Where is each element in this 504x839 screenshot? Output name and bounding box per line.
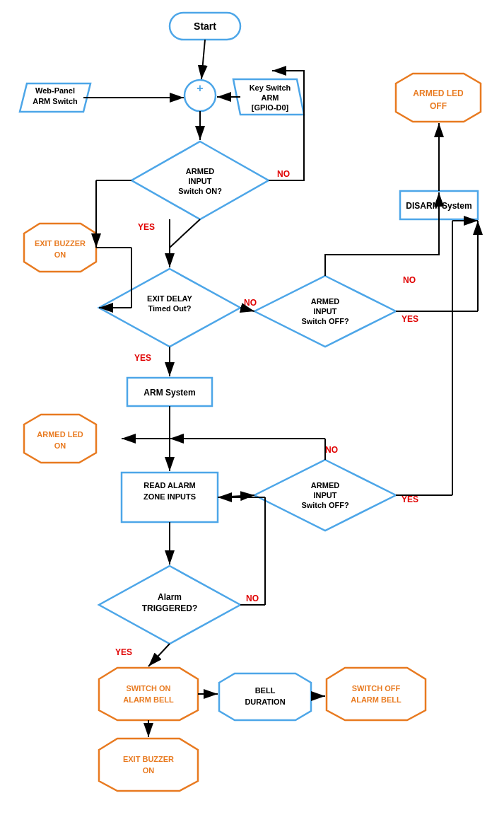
svg-text:[GPIO-D0]: [GPIO-D0] bbox=[252, 103, 289, 112]
svg-text:INPUT: INPUT bbox=[189, 177, 212, 185]
no-label2: NO bbox=[244, 298, 257, 308]
svg-text:Switch OFF?: Switch OFF? bbox=[301, 501, 349, 509]
svg-marker-36 bbox=[327, 668, 426, 720]
switch-off-bell-label: SWITCH OFF bbox=[352, 684, 401, 693]
yes-label4: YES bbox=[402, 494, 418, 504]
start-label: Start bbox=[194, 21, 216, 32]
svg-line-48 bbox=[240, 308, 254, 311]
svg-text:TRIGGERED?: TRIGGERED? bbox=[142, 603, 198, 613]
svg-text:INPUT: INPUT bbox=[314, 491, 337, 499]
svg-text:Timed Out?: Timed Out? bbox=[148, 304, 192, 313]
armed-led-off-label: ARMED LED bbox=[413, 88, 464, 98]
svg-marker-12 bbox=[24, 224, 96, 272]
yes-label3: YES bbox=[134, 353, 151, 363]
exit-buzzer-on2-label: EXIT BUZZER bbox=[123, 755, 174, 763]
svg-text:ARM Switch: ARM Switch bbox=[33, 97, 78, 105]
yes-label1: YES bbox=[138, 222, 155, 232]
svg-text:Switch ON?: Switch ON? bbox=[178, 187, 222, 195]
armed-led-on-label: ARMED LED bbox=[37, 430, 83, 439]
svg-text:ALARM BELL: ALARM BELL bbox=[123, 695, 174, 704]
armed-input-off1-label: ARMED bbox=[311, 297, 339, 306]
svg-text:ALARM BELL: ALARM BELL bbox=[351, 695, 402, 704]
alarm-triggered-label: Alarm bbox=[158, 592, 182, 602]
no-label1: NO bbox=[277, 169, 290, 179]
armed-input1-label: ARMED bbox=[186, 167, 214, 175]
yes-label2: YES bbox=[402, 314, 418, 324]
flowchart-diagram: Start + Web-Panel ARM Switch Key Switch … bbox=[0, 0, 504, 839]
svg-text:INPUT: INPUT bbox=[314, 307, 337, 316]
svg-line-47 bbox=[170, 219, 200, 248]
arm-system-label: ARM System bbox=[143, 388, 195, 398]
svg-text:DURATION: DURATION bbox=[245, 698, 285, 706]
no-label4: NO bbox=[325, 445, 338, 455]
read-alarm-label: READ ALARM bbox=[143, 481, 196, 490]
svg-marker-34 bbox=[219, 673, 311, 720]
svg-text:ZONE INPUTS: ZONE INPUTS bbox=[143, 492, 196, 501]
svg-text:ARM: ARM bbox=[261, 93, 279, 102]
exit-delay-label: EXIT DELAY bbox=[147, 294, 192, 303]
svg-text:ON: ON bbox=[54, 441, 66, 450]
svg-text:ON: ON bbox=[143, 766, 155, 775]
svg-marker-38 bbox=[99, 739, 198, 791]
svg-marker-23 bbox=[24, 415, 96, 463]
svg-text:OFF: OFF bbox=[430, 101, 447, 111]
exit-buzzer-on-label: EXIT BUZZER bbox=[35, 239, 86, 248]
svg-text:ON: ON bbox=[54, 250, 66, 259]
web-panel-label: Web-Panel bbox=[35, 86, 75, 95]
svg-text:Switch OFF?: Switch OFF? bbox=[301, 317, 349, 325]
svg-line-40 bbox=[201, 40, 205, 79]
svg-marker-32 bbox=[99, 668, 198, 720]
armed-input-off2-label: ARMED bbox=[311, 481, 339, 490]
no-label3: NO bbox=[403, 275, 416, 285]
svg-line-66 bbox=[148, 644, 170, 666]
no-label5: NO bbox=[246, 594, 259, 603]
yes-label5: YES bbox=[115, 647, 132, 657]
switch-on-bell-label: SWITCH ON bbox=[127, 684, 171, 693]
svg-text:+: + bbox=[197, 82, 203, 94]
key-switch-label: Key Switch bbox=[250, 83, 291, 92]
bell-duration-label: BELL bbox=[255, 686, 276, 695]
